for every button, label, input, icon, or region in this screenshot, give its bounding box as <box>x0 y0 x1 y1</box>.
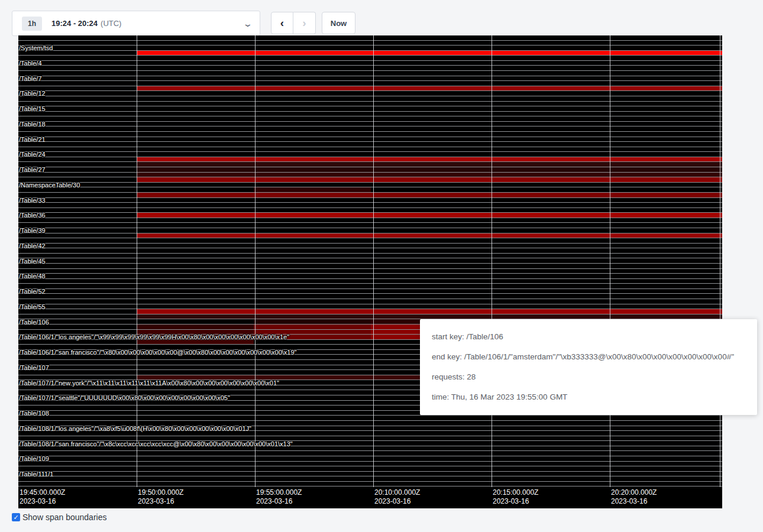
heatmap-row[interactable] <box>18 126 722 132</box>
heatmap-row[interactable] <box>18 137 722 142</box>
heatmap-row[interactable] <box>18 309 722 314</box>
key-visualizer-canvas[interactable]: /System/tsd/Table/4/Table/7/Table/12/Tab… <box>18 35 722 508</box>
heatmap-span-cell[interactable] <box>137 482 722 486</box>
heatmap-span-cell[interactable] <box>254 325 371 329</box>
heatmap-span-cell[interactable] <box>137 167 722 172</box>
heatmap-row[interactable] <box>18 162 722 167</box>
heatmap-span-cell[interactable] <box>137 223 722 228</box>
heatmap-span-cell[interactable] <box>137 299 722 304</box>
heatmap-span-cell[interactable] <box>137 274 722 278</box>
heatmap-row[interactable] <box>18 228 722 233</box>
heatmap-span-cell[interactable] <box>137 142 722 147</box>
heatmap-span-cell[interactable] <box>137 173 722 177</box>
heatmap-row[interactable] <box>18 416 722 421</box>
heatmap-span-cell[interactable] <box>137 284 722 288</box>
heatmap-row[interactable] <box>18 299 722 304</box>
heatmap-span-cell[interactable] <box>254 187 371 192</box>
heatmap-row[interactable] <box>18 258 722 264</box>
heatmap-row[interactable] <box>18 203 722 208</box>
heatmap-span-cell[interactable] <box>137 41 722 46</box>
heatmap-row[interactable] <box>18 213 722 218</box>
heatmap-span-cell[interactable] <box>137 244 722 248</box>
heatmap-span-cell[interactable] <box>137 152 722 157</box>
heatmap-span-cell[interactable] <box>137 51 722 56</box>
heatmap-span-cell[interactable] <box>137 116 722 121</box>
heatmap-span-cell[interactable] <box>137 122 722 126</box>
heatmap-row[interactable] <box>18 51 722 56</box>
heatmap-row[interactable] <box>18 208 722 213</box>
heatmap-span-cell[interactable] <box>371 187 488 192</box>
heatmap-row[interactable] <box>18 462 722 467</box>
heatmap-row[interactable] <box>18 187 722 193</box>
heatmap-span-cell[interactable] <box>137 112 722 116</box>
heatmap-row[interactable] <box>18 193 722 198</box>
heatmap-row[interactable] <box>18 56 722 61</box>
prev-range-button[interactable]: ‹ <box>271 12 293 34</box>
time-range-selector[interactable]: 1h 19:24 - 20:24 (UTC) ⌄ <box>12 11 260 36</box>
heatmap-row[interactable] <box>18 152 722 157</box>
heatmap-span-cell[interactable] <box>137 147 722 152</box>
heatmap-span-cell[interactable] <box>137 66 722 70</box>
heatmap-span-cell[interactable] <box>137 132 722 137</box>
heatmap-row[interactable] <box>18 233 722 239</box>
heatmap-span-cell[interactable] <box>137 81 722 86</box>
heatmap-row[interactable] <box>18 81 722 86</box>
heatmap-span-cell[interactable] <box>254 319 371 324</box>
heatmap-span-cell[interactable] <box>137 96 722 101</box>
heatmap-span-cell[interactable] <box>137 289 722 294</box>
heatmap-row[interactable] <box>18 106 722 112</box>
heatmap-row[interactable] <box>18 466 722 472</box>
heatmap-span-cell[interactable] <box>137 213 722 218</box>
heatmap-span-cell[interactable] <box>137 416 722 420</box>
heatmap-span-cell[interactable] <box>488 187 605 192</box>
heatmap-row[interactable] <box>18 76 722 82</box>
heatmap-span-cell[interactable] <box>137 472 722 476</box>
heatmap-row[interactable] <box>18 279 722 284</box>
next-range-button[interactable]: › <box>293 12 316 34</box>
heatmap-row[interactable] <box>18 269 722 274</box>
heatmap-span-cell[interactable] <box>137 208 722 213</box>
heatmap-row[interactable] <box>18 102 722 107</box>
heatmap-span-cell[interactable] <box>137 258 722 263</box>
heatmap-row[interactable] <box>18 244 722 249</box>
heatmap-row[interactable] <box>18 116 722 122</box>
heatmap-span-cell[interactable] <box>137 183 722 187</box>
heatmap-row[interactable] <box>18 476 722 482</box>
heatmap-span-cell[interactable] <box>137 102 722 106</box>
heatmap-row[interactable] <box>18 167 722 173</box>
heatmap-row[interactable] <box>18 61 722 66</box>
heatmap-span-cell[interactable] <box>137 106 722 111</box>
heatmap-span-cell[interactable] <box>137 35 722 40</box>
heatmap-row[interactable] <box>18 223 722 228</box>
heatmap-row[interactable] <box>18 198 722 203</box>
heatmap-span-cell[interactable] <box>137 218 722 223</box>
heatmap-row[interactable] <box>18 451 722 456</box>
heatmap-row[interactable] <box>18 41 722 46</box>
heatmap-row[interactable] <box>18 218 722 223</box>
heatmap-row[interactable] <box>18 482 722 487</box>
heatmap-row[interactable] <box>18 248 722 254</box>
heatmap-span-cell[interactable] <box>137 269 722 274</box>
heatmap-span-cell[interactable] <box>137 462 722 466</box>
heatmap-row[interactable] <box>18 238 722 244</box>
heatmap-span-cell[interactable] <box>137 228 722 233</box>
heatmap-span-cell[interactable] <box>137 451 722 456</box>
heatmap-row[interactable] <box>18 177 722 183</box>
heatmap-row[interactable] <box>18 173 722 178</box>
heatmap-row[interactable] <box>18 96 722 102</box>
heatmap-span-cell[interactable] <box>137 325 254 329</box>
heatmap-row[interactable] <box>18 112 722 117</box>
heatmap-span-cell[interactable] <box>137 137 722 142</box>
heatmap-span-cell[interactable] <box>137 61 722 66</box>
heatmap-row[interactable] <box>18 142 722 147</box>
heatmap-row[interactable] <box>18 264 722 269</box>
show-span-boundaries-checkbox[interactable]: ✓ <box>12 513 20 521</box>
heatmap-row[interactable] <box>18 183 722 188</box>
heatmap-span-cell[interactable] <box>137 476 722 481</box>
heatmap-span-cell[interactable] <box>137 56 722 60</box>
heatmap-row[interactable] <box>18 46 722 51</box>
heatmap-row[interactable] <box>18 254 722 259</box>
heatmap-row[interactable] <box>18 289 722 294</box>
heatmap-span-cell[interactable] <box>137 187 254 192</box>
heatmap-span-cell[interactable] <box>137 279 722 284</box>
